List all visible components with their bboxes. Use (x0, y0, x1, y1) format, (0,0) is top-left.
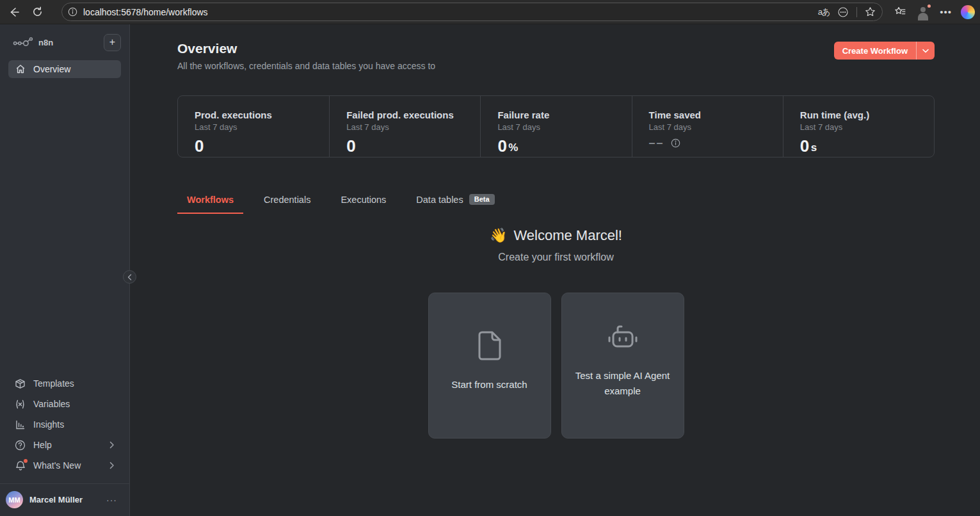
sidebar-item-label: What's New (33, 460, 81, 471)
stat-title: Prod. executions (195, 109, 323, 120)
stats-bar: Prod. executions Last 7 days 0 Failed pr… (177, 95, 935, 157)
sidebar-item-templates[interactable]: Templates (8, 375, 121, 392)
stat-time-saved: Time saved Last 7 days –– (632, 96, 783, 157)
app-window: n8n + Overview Templates Variables (0, 24, 980, 516)
notification-dot (24, 459, 28, 463)
page-title: Overview (177, 40, 435, 58)
stat-run-time: Run time (avg.) Last 7 days 0s (783, 96, 934, 157)
stat-period: Last 7 days (649, 122, 776, 132)
stat-failure-rate: Failure rate Last 7 days 0% (480, 96, 631, 157)
welcome-subtitle: Create your first workflow (177, 252, 935, 263)
stat-title: Failure rate (497, 109, 625, 120)
home-icon (15, 64, 26, 74)
welcome-title: 👋Welcome Marcel! (177, 227, 935, 244)
user-more-icon[interactable]: ··· (106, 495, 121, 505)
card-label: Start from scratch (451, 377, 527, 392)
tab-credentials[interactable]: Credentials (254, 188, 320, 214)
ai-agent-example-card[interactable]: Test a simple AI Agent example (561, 293, 684, 439)
info-icon[interactable] (671, 138, 680, 148)
tabs: Workflows Credentials Executions Data ta… (177, 188, 935, 214)
reading-mode-icon[interactable] (837, 6, 849, 18)
stat-value: –– (649, 136, 664, 150)
sidebar-item-label: Insights (33, 419, 64, 430)
start-from-scratch-card[interactable]: Start from scratch (428, 293, 551, 439)
chevron-right-icon (109, 462, 115, 469)
site-info-icon[interactable] (68, 7, 77, 17)
user-menu[interactable]: MM Marcel Müller ··· (0, 483, 129, 516)
sidebar-item-label: Variables (33, 399, 70, 409)
stat-period: Last 7 days (800, 122, 928, 132)
refresh-icon[interactable] (27, 3, 47, 22)
tab-data-tables[interactable]: Data tables Beta (406, 188, 504, 214)
page-subtitle: All the workflows, credentials and data … (177, 61, 435, 71)
stat-value: 0 (800, 136, 810, 156)
stat-title: Time saved (649, 109, 776, 120)
package-icon (15, 378, 26, 389)
n8n-logo-icon (13, 36, 33, 48)
question-circle-icon (15, 440, 26, 451)
stat-value: 0 (195, 136, 204, 156)
browser-profile-avatar[interactable] (915, 4, 931, 20)
address-bar[interactable]: localhost:5678/home/workflows aあ (61, 3, 883, 21)
stat-period: Last 7 days (195, 122, 323, 132)
bell-icon (15, 460, 26, 471)
create-workflow-label[interactable]: Create Workflow (834, 42, 916, 60)
user-name: Marcel Müller (29, 495, 106, 504)
card-label: Test a simple AI Agent example (575, 368, 671, 399)
sidebar: n8n + Overview Templates Variables (0, 24, 130, 516)
tab-executions[interactable]: Executions (331, 188, 396, 214)
divider (856, 7, 857, 17)
browser-actions: ••• (894, 4, 975, 20)
stat-period: Last 7 days (346, 122, 474, 132)
wave-emoji: 👋 (490, 227, 507, 243)
stat-title: Run time (avg.) (800, 109, 928, 120)
sidebar-item-insights[interactable]: Insights (8, 415, 121, 433)
user-avatar[interactable]: MM (6, 491, 23, 508)
logo-row: n8n + (8, 33, 121, 51)
sidebar-spacer (8, 81, 121, 375)
sidebar-item-whats-new[interactable]: What's New (8, 456, 121, 474)
page-header: Overview All the workflows, credentials … (177, 40, 935, 71)
collections-icon[interactable] (894, 6, 906, 18)
beta-badge: Beta (469, 194, 495, 205)
logo-text: n8n (38, 38, 104, 47)
sidebar-item-help[interactable]: Help (8, 436, 121, 454)
main-content: Overview All the workflows, credentials … (130, 24, 980, 516)
sidebar-item-label: Help (33, 440, 52, 450)
sidebar-collapse-toggle[interactable] (123, 270, 136, 284)
sidebar-item-label: Templates (33, 378, 74, 389)
back-icon[interactable] (4, 3, 24, 22)
url-text[interactable]: localhost:5678/home/workflows (83, 7, 818, 17)
sidebar-item-variables[interactable]: Variables (8, 395, 121, 413)
bar-chart-icon (15, 419, 26, 430)
welcome-block: 👋Welcome Marcel! Create your first workf… (177, 227, 935, 263)
add-workflow-button[interactable]: + (104, 34, 121, 51)
stat-title: Failed prod. executions (346, 109, 474, 120)
starter-cards: Start from scratch Test a simple AI Agen… (177, 293, 935, 439)
browser-toolbar: localhost:5678/home/workflows aあ ••• (0, 0, 980, 24)
stat-value: 0 (497, 136, 507, 156)
copilot-icon[interactable] (961, 5, 975, 19)
robot-icon (607, 323, 639, 353)
create-workflow-dropdown[interactable] (916, 42, 935, 60)
stat-failed-executions: Failed prod. executions Last 7 days 0 (329, 96, 480, 157)
stat-value: 0 (346, 136, 356, 156)
profile-notification-dot (926, 3, 932, 9)
chevron-right-icon (109, 441, 115, 449)
create-workflow-button[interactable]: Create Workflow (834, 42, 935, 60)
file-icon (476, 330, 504, 362)
stat-prod-executions: Prod. executions Last 7 days 0 (178, 96, 329, 157)
sidebar-item-label: Overview (33, 64, 70, 74)
translate-icon[interactable]: aあ (818, 6, 830, 18)
sidebar-item-overview[interactable]: Overview (8, 60, 121, 78)
browser-menu-icon[interactable]: ••• (940, 6, 952, 17)
stat-period: Last 7 days (497, 122, 625, 132)
favorite-star-icon[interactable] (865, 6, 876, 17)
tab-workflows[interactable]: Workflows (177, 188, 243, 214)
variable-icon (15, 399, 26, 410)
